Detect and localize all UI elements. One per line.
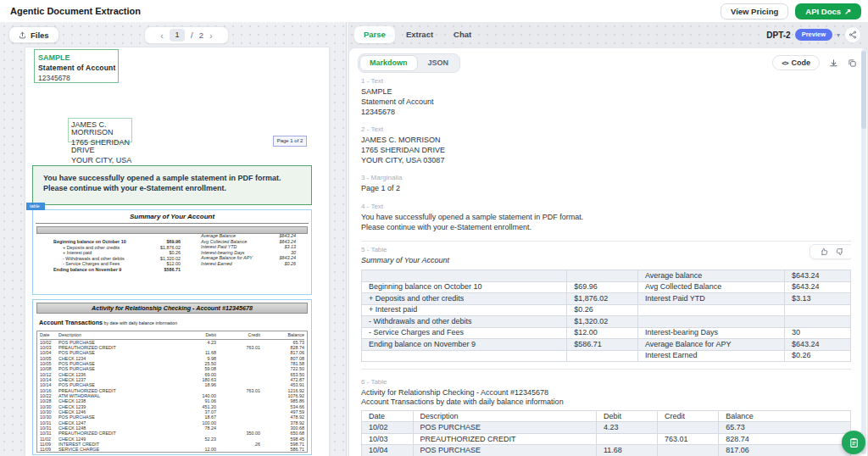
table-cell: + Interest paid	[362, 304, 567, 316]
app-header: Agentic Document Extraction View Pricing…	[0, 0, 868, 22]
table-region-tag: table	[26, 203, 45, 210]
table-row: Ending balance on November 9$586.71Avera…	[362, 339, 851, 351]
chunk-4-text: 4 - Text You have successfully opened a …	[361, 203, 851, 232]
pdf-sample-box: SAMPLE Statement of Account 12345678	[34, 49, 119, 83]
text-line: Statement of Account	[361, 97, 851, 108]
table-cell: $643.24	[785, 339, 851, 351]
pdf-summary-title: Summary of Your Account	[36, 210, 309, 224]
pdf-activity-region: Activity for Relationship Checking - Acc…	[32, 299, 312, 455]
pdf-summary-cell: 30	[267, 250, 296, 256]
thumbs-down-icon	[836, 247, 844, 256]
pdf-summary-cell: Interest-bearing Days	[201, 250, 267, 256]
view-pricing-button[interactable]: View Pricing	[721, 3, 788, 19]
thumbs-up-icon	[820, 247, 828, 256]
pdf-summary-row: Interest Paid YTD$3.13	[201, 244, 296, 250]
pdf-tx-cell: 586.71	[260, 447, 304, 452]
view-mode-json[interactable]: JSON	[418, 55, 459, 71]
pdf-statement-title: Statement of Account	[38, 63, 118, 73]
tab-parse[interactable]: Parse	[354, 26, 395, 43]
document-viewer-panel: Files ‹ 1 / 2 › SAMPLE Statement of Acco…	[0, 22, 347, 456]
model-selector[interactable]: DPT-2 Preview ▾	[766, 26, 861, 43]
pdf-summary-row: - Withdrawals and other debits$1,320.02	[53, 256, 181, 262]
code-icon: <>	[782, 59, 787, 67]
text-line: YOUR CITY, USA 03087	[361, 155, 851, 165]
pdf-summary-header-band	[36, 226, 308, 234]
results-toolbar: Parse Extract Chat DPT-2 Preview ▾	[354, 25, 861, 44]
scrollbar-thumb[interactable]	[861, 51, 866, 129]
chunk-text: Page 1 of 2	[361, 184, 851, 194]
pdf-sample-tag: SAMPLE	[38, 53, 118, 63]
table-cell: 65.73	[719, 422, 851, 434]
pdf-page[interactable]: SAMPLE Statement of Account 12345678 JAM…	[25, 47, 329, 456]
copy-button[interactable]	[848, 58, 857, 68]
model-preview-badge: Preview	[795, 29, 832, 42]
share-button[interactable]	[844, 26, 861, 43]
pdf-summary-cell: $69.96	[142, 239, 181, 245]
pdf-summary-cell: Interest Earned	[201, 261, 267, 267]
vertical-scrollbar[interactable]	[861, 49, 866, 454]
table-cell: 10/04	[362, 445, 414, 456]
pdf-activity-subtitle-bold: Account Transactions	[39, 319, 103, 326]
pdf-tx-header-row: DateDescriptionDebitCreditBalance	[40, 332, 304, 340]
table-cell: Beginning balance on October 10	[362, 281, 567, 293]
pdf-summary-row: Interest Earned$0.26	[201, 261, 296, 267]
tab-extract[interactable]: Extract	[397, 26, 442, 43]
chunk-3-marginalia: 3 - Marginalia Page 1 of 2	[361, 174, 851, 194]
pdf-summary-row: + Interest paid$0.26	[53, 250, 181, 256]
pdf-summary-row: + Deposits and other credits$1,876.02	[53, 245, 181, 251]
pdf-tx-cell	[216, 447, 260, 452]
result-actions: <> Code	[772, 55, 857, 70]
pdf-activity-header: Activity for Relationship Checking - Acc…	[36, 303, 308, 314]
table-cell: 4.23	[596, 422, 657, 434]
table-cell: Interest-bearing Days	[637, 327, 784, 339]
table-cell	[362, 350, 567, 362]
text-line: 1765 SHERIDAN DRIVE	[361, 146, 851, 156]
api-docs-button[interactable]: API Docs ↗	[795, 3, 861, 19]
files-button[interactable]: Files	[8, 26, 59, 43]
chunk-label: 1 - Text	[361, 77, 851, 85]
files-button-label: Files	[31, 31, 49, 40]
code-button[interactable]: <> Code	[772, 55, 820, 70]
text-line: 12345678	[361, 107, 851, 117]
table-cell: Interest Earned	[637, 350, 784, 362]
pdf-tx-cell: Debit	[177, 332, 216, 339]
chunk-label: 2 - Text	[361, 125, 851, 133]
table-header-cell: Debit	[596, 410, 657, 422]
text-line: Page 1 of 2	[361, 184, 851, 194]
table-row: 10/02POS PURCHASE4.2365.73	[362, 422, 851, 434]
feedback-fab[interactable]	[842, 431, 865, 454]
main-area: Files ‹ 1 / 2 › SAMPLE Statement of Acco…	[0, 22, 868, 456]
thumbs-up-button[interactable]	[820, 247, 828, 256]
current-page-input[interactable]: 1	[170, 29, 185, 42]
pdf-summary-cell: Avg Collected Balance	[201, 239, 267, 245]
feedback-toolbar	[810, 244, 851, 259]
chunk-2-text: 2 - Text JAMES C. MORRISON1765 SHERIDAN …	[361, 125, 851, 165]
table-row: + Deposits and other credits$1,876.02Int…	[362, 293, 851, 305]
code-button-label: Code	[792, 58, 811, 67]
next-page-icon[interactable]: ›	[209, 31, 213, 40]
pdf-summary-row: Avg Collected Balance$643.24	[201, 239, 296, 245]
pdf-summary-cell: $3.13	[267, 244, 296, 250]
table-cell: 828.74	[719, 433, 851, 445]
view-mode-markdown[interactable]: Markdown	[359, 55, 418, 71]
clipboard-icon	[849, 437, 860, 448]
download-button[interactable]	[829, 58, 838, 68]
table-cell: 10/02	[362, 422, 414, 434]
pdf-account-number: 12345678	[38, 73, 118, 83]
table-row: Average balance$643.24	[362, 270, 851, 282]
tab-chat[interactable]: Chat	[444, 26, 481, 43]
pdf-page-marker: Page 1 of 2	[273, 136, 307, 147]
thumbs-down-button[interactable]	[836, 247, 844, 256]
table-cell	[567, 270, 638, 282]
table-cell: PREAUTHORIZED CREDIT	[413, 433, 596, 445]
chunk-label: 3 - Marginalia	[361, 174, 851, 181]
table-cell	[567, 350, 638, 362]
upload-icon	[19, 31, 26, 39]
table-row: Interest Earned$0.26	[362, 350, 851, 362]
pdf-summary-cell: $1,320.02	[142, 256, 181, 262]
prev-page-icon[interactable]: ‹	[160, 31, 164, 40]
chevron-down-icon[interactable]: ▾	[837, 31, 840, 39]
pdf-address-box: JAMES C. MORRISON1765 SHERIDAN DRIVEYOUR…	[68, 118, 132, 142]
page-navigator: ‹ 1 / 2 ›	[144, 26, 229, 44]
chunk-5-table[interactable]: 5 - Table Summary of Your Account Averag…	[361, 241, 851, 370]
